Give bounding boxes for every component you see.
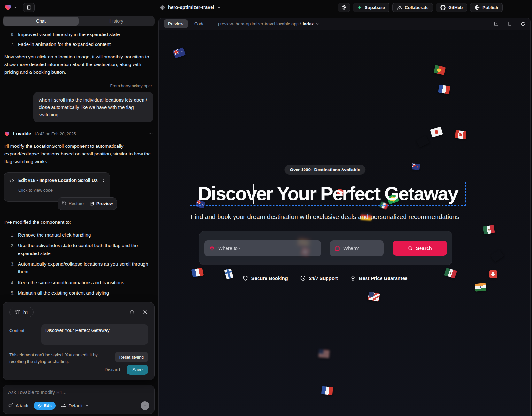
- publish-globe-icon: [474, 5, 480, 10]
- globe-icon: [160, 5, 165, 10]
- version-actions: Restore Preview: [58, 197, 117, 210]
- website-viewport: Over 1000+ Destinations Available Discov…: [159, 30, 530, 416]
- selected-h1-element[interactable]: Discover Your Perfect Getaway: [190, 182, 466, 206]
- list-number: 2.: [9, 242, 15, 257]
- assistant-message-header: Lovable 18:42 on Feb 20, 2025: [4, 130, 153, 138]
- list-number: 4.: [9, 279, 15, 286]
- clock-icon: [300, 275, 306, 281]
- close-icon[interactable]: [143, 309, 148, 315]
- flag-japan-icon: [430, 127, 443, 137]
- supabase-button[interactable]: Supabase: [353, 3, 389, 12]
- feature-secure-booking: Secure Booking: [243, 275, 288, 281]
- github-button[interactable]: GitHub: [436, 3, 467, 12]
- restore-button[interactable]: Restore: [62, 200, 84, 207]
- list-number: 5.: [9, 289, 15, 297]
- preview-version-button[interactable]: Preview: [89, 200, 113, 207]
- text-caret: [253, 184, 254, 204]
- chevron-right-icon: [101, 178, 106, 183]
- lovable-logo[interactable]: [4, 3, 17, 11]
- feature-support: 24/7 Support: [300, 275, 338, 281]
- destinations-badge: Over 1000+ Destinations Available: [284, 165, 365, 175]
- list-text: Maintain all the existing content and st…: [18, 289, 109, 297]
- topbar-actions: Supabase Collaborate GitHub Publish: [338, 3, 528, 12]
- tab-history[interactable]: History: [79, 17, 154, 26]
- preview-header: Preview Code preview--hero-optimizer-tra…: [159, 18, 530, 30]
- assistant-paragraph: Now when you click on a location image, …: [4, 53, 153, 76]
- assistant-paragraph: I'll modify the LocationScroll component…: [4, 142, 153, 166]
- tab-preview[interactable]: Preview: [164, 19, 188, 28]
- calendar-icon: [335, 246, 340, 251]
- preview-url[interactable]: preview--hero-optimizer-travel.lovable.a…: [218, 21, 319, 26]
- sliders-icon: [61, 403, 66, 408]
- project-menu[interactable]: hero-optimizer-travel: [160, 0, 221, 15]
- chat-input-box: Attach Edit Default: [3, 385, 155, 414]
- restore-label: Restore: [69, 200, 84, 207]
- where-to-field[interactable]: [204, 240, 321, 256]
- publish-button[interactable]: Publish: [470, 3, 503, 12]
- flag-mexico-icon: [444, 268, 457, 278]
- when-input[interactable]: [343, 246, 379, 251]
- trash-icon[interactable]: [129, 309, 135, 315]
- list-number: 3.: [9, 260, 15, 276]
- more-options-icon[interactable]: [148, 131, 153, 137]
- chevron-down-icon[interactable]: [13, 5, 17, 9]
- edit-mode-button[interactable]: Edit: [34, 402, 56, 410]
- refresh-icon[interactable]: [520, 21, 526, 26]
- search-icon: [408, 246, 413, 251]
- assistant-name: Lovable: [13, 130, 31, 138]
- settings-button[interactable]: [338, 3, 350, 12]
- when-field[interactable]: [330, 240, 383, 256]
- chat-input[interactable]: [8, 390, 149, 395]
- reset-styling-button[interactable]: Reset styling: [115, 352, 148, 362]
- flag-finland-icon: [224, 269, 233, 280]
- edit-label: Edit: [44, 403, 52, 408]
- tab-code[interactable]: Code: [190, 19, 209, 28]
- list-item: 7. Fade-in animation for the expanded co…: [4, 41, 153, 48]
- flag-france-icon: [438, 85, 450, 94]
- content-textarea[interactable]: Discover Your Perfect Getaway: [41, 324, 148, 345]
- element-tag-pill[interactable]: h1: [9, 307, 34, 317]
- collaborate-label: Collaborate: [405, 5, 428, 10]
- toggle-sidebar-button[interactable]: [23, 3, 35, 12]
- top-bar: hero-optimizer-travel Supabase Collabora…: [0, 0, 532, 15]
- default-label: Default: [68, 403, 82, 408]
- flag-south-africa-icon: [416, 135, 429, 147]
- list-text: Improved visual hierarchy in the expande…: [18, 31, 120, 38]
- mobile-view-icon[interactable]: [507, 21, 512, 26]
- list-text: Fade-in animation for the expanded conte…: [18, 41, 111, 48]
- collaborate-button[interactable]: Collaborate: [392, 3, 433, 12]
- open-in-new-tab-icon[interactable]: [494, 21, 499, 26]
- search-button[interactable]: Search: [393, 241, 447, 256]
- list-number: 6.: [9, 31, 15, 38]
- preview-panel: Preview Code preview--hero-optimizer-tra…: [158, 18, 531, 416]
- heart-icon: [4, 131, 10, 137]
- edit-card-title: Edit #18 • Improve Location Scroll UX: [18, 177, 98, 184]
- attach-button[interactable]: Attach: [8, 403, 28, 408]
- features-row: Secure Booking 24/7 Support Best Price G…: [243, 275, 408, 281]
- save-button[interactable]: Save: [127, 365, 148, 375]
- feature-label: 24/7 Support: [309, 276, 338, 281]
- attach-label: Attach: [16, 403, 28, 408]
- content-label: Content: [9, 324, 37, 345]
- discard-button[interactable]: Discard: [105, 367, 120, 372]
- award-icon: [350, 275, 356, 281]
- tab-chat[interactable]: Chat: [3, 17, 79, 26]
- send-button[interactable]: [141, 401, 149, 410]
- flag-south-africa-icon: [490, 250, 504, 262]
- code-icon: [9, 178, 15, 184]
- where-to-input[interactable]: [218, 246, 317, 251]
- list-number: 1.: [9, 231, 15, 239]
- flag-india-icon: [475, 283, 486, 291]
- location-pin-icon: [209, 245, 215, 251]
- hero-subtitle: Find and book your dream destination wit…: [181, 213, 469, 221]
- heart-icon: [4, 3, 12, 11]
- list-text: Keep the same smooth animations and tran…: [18, 279, 124, 286]
- publish-label: Publish: [482, 5, 498, 10]
- element-tag-label: h1: [23, 310, 28, 315]
- flag-france-icon: [321, 386, 333, 395]
- message-author-label: From harrymckayroper: [5, 82, 152, 89]
- flag-france-icon: [191, 268, 204, 278]
- model-selector[interactable]: Default: [61, 403, 89, 408]
- list-item: 1. Remove the manual click handling: [4, 231, 153, 239]
- chat-messages: 6. Improved visual hierarchy in the expa…: [3, 26, 155, 299]
